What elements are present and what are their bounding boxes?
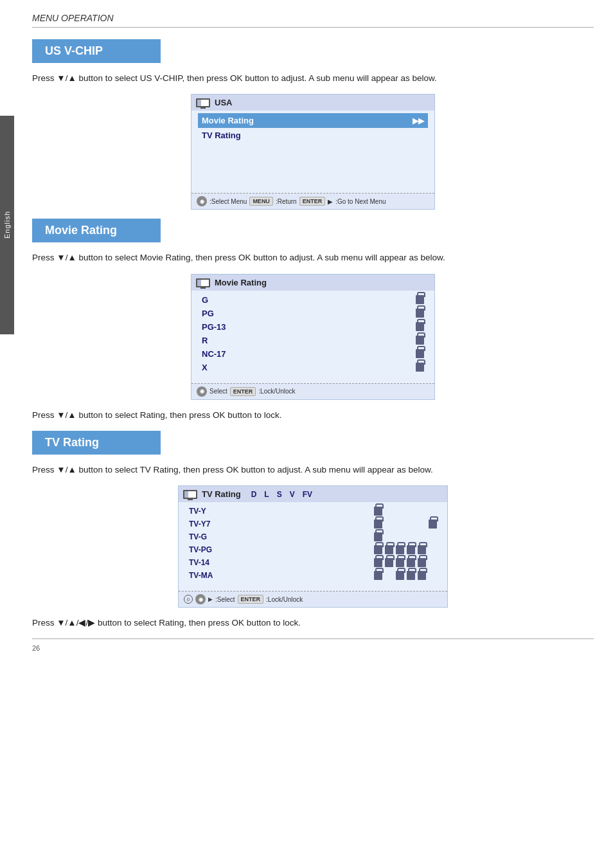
tv-pg-locks (221, 545, 437, 554)
rating-row-g[interactable]: G (198, 293, 428, 307)
bottom-divider (32, 638, 594, 639)
down-arrow-icon2: ▼ (57, 253, 65, 262)
lock-icon-r (416, 336, 424, 345)
rating-label-pg13: PG-13 (202, 322, 226, 332)
tv-14-label: TV-14 (189, 558, 221, 567)
tv-rating-banner: TV Rating (32, 431, 161, 455)
tv-y-base-lock (374, 507, 382, 516)
lock-icon-x (416, 363, 424, 372)
lock-unlock-text-2: :Lock/Unlock (266, 596, 303, 603)
tv-icon-3 (182, 488, 198, 501)
tv-g-locks (221, 532, 437, 541)
nav-arrows-icon: ▶ (208, 596, 213, 602)
tv-ma-base-lock (374, 571, 382, 580)
rating-label-x: X (202, 363, 208, 372)
up-arrow-icon: ▲ (67, 73, 76, 83)
tv-rating-status-bar: 0 ◉ ▶ :Select ENTER :Lock/Unlock (179, 591, 447, 607)
section-title: MENU OPERATION (32, 13, 594, 23)
tv-ma-s-lock (407, 571, 415, 580)
tv-y7-row[interactable]: TV-Y7 (185, 518, 441, 530)
tv-14-l-lock (396, 558, 404, 567)
us-vchip-banner: US V-CHIP (32, 39, 161, 63)
tv-14-base-lock (374, 558, 382, 567)
tv-14-v-lock (418, 558, 426, 567)
col-d: D (251, 490, 257, 499)
tv-y-row[interactable]: TV-Y (185, 505, 441, 518)
tv-14-row[interactable]: TV-14 (185, 556, 441, 569)
goto-next-text: :Go to Next Menu (335, 198, 386, 205)
tv-rating-menu-item[interactable]: TV Rating (198, 128, 428, 143)
tv-rating-menu-title-bar: TV Rating D L S V FV (179, 486, 447, 502)
movie-rating-arrow: ▶▶ (413, 116, 424, 125)
movie-rating-menu-box: Movie Rating G PG PG-13 (191, 274, 435, 400)
lock-icon-nc17 (416, 349, 424, 358)
us-vchip-section: US V-CHIP Press ▼/▲ button to select US … (32, 39, 594, 210)
usa-menu-title: USA (215, 98, 232, 107)
sidebar-label: English (3, 211, 11, 239)
enter-key-badge-3: ENTER (238, 595, 264, 604)
lock-icon-g (416, 295, 424, 304)
tv-rating-menu-title: TV Rating (202, 489, 241, 499)
tv-icon-2 (195, 276, 211, 289)
next-icon: ▶ (328, 198, 333, 205)
tv-rating-footnote: Press ▼/▲/◀/▶ button to select Rating, t… (32, 617, 585, 629)
tv-14-s-lock (407, 558, 415, 567)
rating-label-g: G (202, 295, 208, 305)
movie-rating-section: Movie Rating Press ▼/▲ button to select … (32, 219, 594, 422)
tv-pg-row[interactable]: TV-PG (185, 543, 441, 556)
tv-14-locks (221, 558, 437, 567)
svg-rect-10 (188, 499, 193, 500)
tv-g-base-lock (374, 532, 382, 541)
movie-rating-menu-item[interactable]: Movie Rating ▶▶ (198, 113, 428, 128)
down-arrow-icon3: ▼ (57, 465, 65, 475)
tv-ma-row[interactable]: TV-MA (185, 569, 441, 582)
movie-rating-menu-title: Movie Rating (215, 278, 267, 287)
us-vchip-description: Press ▼/▲ button to select US V-CHIP, th… (32, 72, 585, 85)
movie-rating-description: Press ▼/▲ button to select Movie Rating,… (32, 251, 585, 264)
usa-menu-title-bar: USA (191, 95, 434, 111)
tv-ma-locks (221, 571, 437, 580)
movie-rating-label: Movie Rating (202, 116, 254, 125)
tv-y-label: TV-Y (189, 507, 221, 516)
svg-rect-6 (200, 287, 206, 289)
movie-rating-status-bar: ◉ Select ENTER :Lock/Unlock (191, 383, 434, 399)
select-text-2: Select (209, 388, 227, 395)
rating-row-x[interactable]: X (198, 361, 428, 374)
tv-g-label: TV-G (189, 532, 221, 541)
rating-row-nc17[interactable]: NC-17 (198, 347, 428, 361)
down-arrow-icon: ▼ (57, 73, 65, 83)
lock-icon-pg (416, 309, 424, 318)
tv-icon (195, 96, 211, 109)
svg-rect-3 (197, 100, 201, 106)
select-icon: ◉ (197, 196, 207, 206)
col-fv: FV (303, 490, 312, 499)
tv-14-d-lock (385, 558, 393, 567)
rating-row-pg[interactable]: PG (198, 307, 428, 320)
return-text: :Return (276, 198, 297, 205)
rating-label-r: R (202, 336, 208, 345)
rating-row-pg13[interactable]: PG-13 (198, 320, 428, 334)
zero-icon: 0 (184, 595, 193, 604)
tv-pg-s-lock (407, 545, 415, 554)
tv-y7-locks (221, 520, 437, 529)
rating-row-r[interactable]: R (198, 334, 428, 347)
tv-rating-description: Press ▼/▲ button to select TV Rating, th… (32, 464, 585, 476)
tv-ma-l-lock (396, 571, 404, 580)
tv-rating-section: TV Rating Press ▼/▲ button to select TV … (32, 431, 594, 630)
select-icon-3: ◉ (195, 594, 206, 604)
movie-rating-banner: Movie Rating (32, 219, 161, 242)
tv-pg-d-lock (385, 545, 393, 554)
top-divider (32, 27, 594, 28)
tv-g-row[interactable]: TV-G (185, 530, 441, 543)
lock-icon-pg13 (416, 322, 424, 331)
svg-rect-2 (200, 107, 206, 109)
sidebar: English (0, 116, 14, 334)
rating-label-nc17: NC-17 (202, 349, 226, 359)
select-icon-2: ◉ (197, 386, 207, 397)
up-arrow-icon3: ▲ (67, 465, 76, 475)
up-arrow-icon2: ▲ (67, 253, 76, 262)
movie-rating-footnote: Press ▼/▲ button to select Rating, then … (32, 409, 585, 422)
usa-menu-box: USA Movie Rating ▶▶ TV Rating ◉ :Select … (191, 94, 435, 210)
tv-pg-l-lock (396, 545, 404, 554)
tv-rating-menu-box: TV Rating D L S V FV TV-Y (178, 485, 448, 608)
